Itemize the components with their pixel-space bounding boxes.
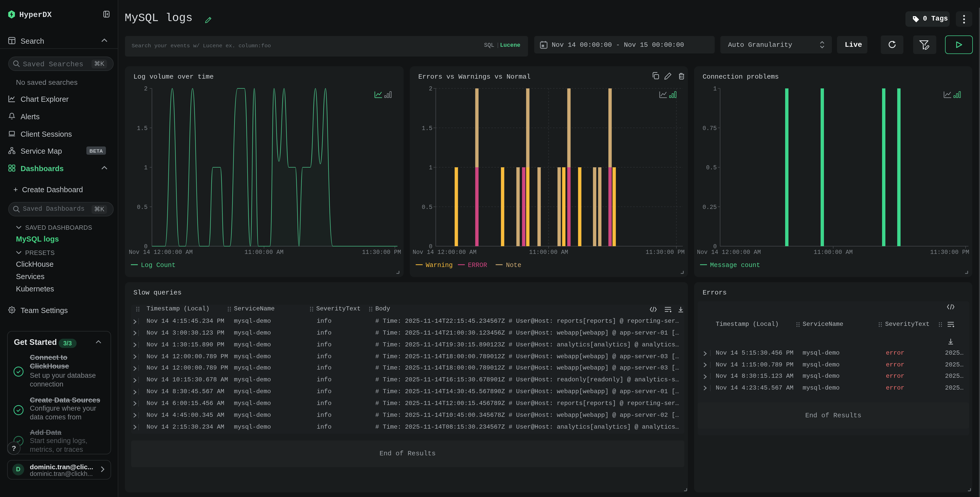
- svg-text:1: 1: [542, 45, 544, 46]
- svg-text:1: 1: [713, 86, 716, 92]
- svg-text:2: 2: [144, 86, 147, 92]
- svg-text:11:30:00 PM: 11:30:00 PM: [645, 249, 684, 256]
- svg-text:Log Count: Log Count: [141, 262, 175, 269]
- svg-text:1.5: 1.5: [422, 125, 432, 132]
- svg-text:Nov 14 12:00:00 AM: Nov 14 12:00:00 AM: [129, 249, 192, 256]
- svg-text:0.5: 0.5: [706, 165, 716, 171]
- svg-text:1.5: 1.5: [137, 125, 147, 132]
- svg-text:0.75: 0.75: [702, 125, 716, 132]
- svg-text:Nov 14 12:00:00 AM: Nov 14 12:00:00 AM: [412, 249, 476, 256]
- svg-text:Warning: Warning: [425, 262, 452, 269]
- svg-text:0.5: 0.5: [137, 204, 147, 211]
- svg-text:Message count: Message count: [710, 262, 760, 269]
- svg-text:11:30:00 PM: 11:30:00 PM: [362, 249, 401, 256]
- svg-text:11:00:00 AM: 11:00:00 AM: [244, 249, 283, 256]
- svg-text:Nov 14 12:00:00 AM: Nov 14 12:00:00 AM: [697, 249, 760, 256]
- svg-text:0.25: 0.25: [702, 204, 716, 211]
- svg-text:0.5: 0.5: [422, 204, 432, 211]
- svg-text:11:00:00 AM: 11:00:00 AM: [813, 249, 853, 256]
- svg-text:ERROR: ERROR: [468, 262, 487, 269]
- svg-text:11:30:00 PM: 11:30:00 PM: [930, 249, 969, 256]
- svg-text:1: 1: [144, 165, 147, 171]
- svg-text:Note: Note: [506, 262, 521, 269]
- svg-text:11:00:00 AM: 11:00:00 AM: [529, 249, 568, 256]
- svg-text:2: 2: [428, 86, 432, 92]
- svg-text:1: 1: [428, 165, 432, 171]
